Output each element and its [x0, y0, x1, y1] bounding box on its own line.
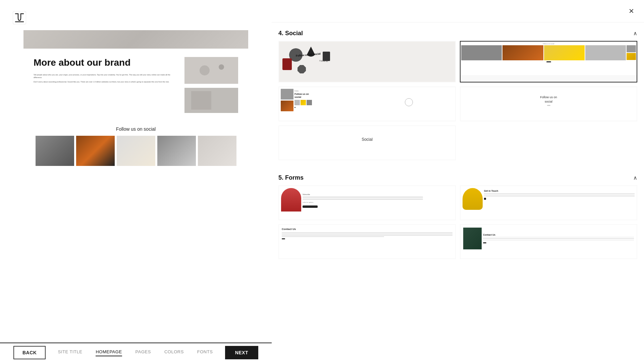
subscribe-subtext: scribe for updates...: [303, 201, 453, 203]
social-template-3[interactable]: Insta Follow us onsocial: [278, 86, 456, 121]
form-template-2-inner: Get in Touch: [461, 186, 637, 220]
brand-images: [184, 57, 238, 113]
getintouch-title: Get in Touch: [484, 190, 635, 192]
form-red-vase-image: [281, 188, 301, 212]
follow-us-text: Follow us onsocial: [540, 95, 557, 104]
contactus-line-3: [282, 235, 452, 236]
social-template-2-inner: Follow us on social: [461, 42, 637, 75]
form-getintouch-content: Get in Touch: [484, 188, 635, 210]
subscribe-button-preview: [303, 205, 318, 208]
footer-nav: BACK SITE TITLE HOMEPAGE PAGES COLORS FO…: [0, 343, 272, 362]
form-contactus-template: Contact Us: [279, 225, 455, 242]
social-photos-grid: [34, 136, 238, 166]
contactus-dark-line-3: [483, 240, 634, 241]
contactus-dark-dot: [483, 242, 486, 243]
app-logo: [12, 10, 27, 25]
contactus-line-2: [282, 234, 452, 234]
social-template-1[interactable]: Follow us on social Follow us: [278, 41, 456, 82]
site-preview: More about our brand Tell people about w…: [23, 30, 248, 362]
back-button[interactable]: BACK: [13, 346, 46, 359]
contactus-submit-btn: [282, 238, 285, 239]
brand-text-block: More about our brand Tell people about w…: [34, 57, 178, 83]
brand-description-1: Tell people about who you are, your orig…: [34, 73, 178, 79]
forms-chevron-up-icon: ∧: [633, 175, 637, 181]
forms-section-header[interactable]: 5. Forms ∧: [278, 170, 637, 185]
social-thumb-5: [198, 136, 236, 166]
contactus-dark-line-1: [483, 237, 634, 238]
social-text-template: Follow us onsocial: [461, 87, 637, 114]
tab-fonts[interactable]: FONTS: [197, 349, 213, 356]
form-dark-image: [463, 228, 482, 249]
footer-tabs: SITE TITLE HOMEPAGE PAGES COLORS FONTS: [58, 349, 213, 356]
social-template-5-inner: Social: [279, 126, 455, 160]
tab-site-title[interactable]: SITE TITLE: [58, 349, 83, 356]
social-templates-grid: Follow us on social Follow us Follow us …: [278, 41, 637, 164]
form-template-1[interactable]: Subscribe scribe for updates...: [278, 185, 456, 220]
selector-scroll[interactable]: 4. Social ∧ Fol: [272, 22, 644, 362]
form-yellow-bowl-image: [463, 188, 483, 210]
forms-section-title: 5. Forms: [278, 174, 304, 181]
contactus-line-4: [282, 236, 384, 237]
close-button[interactable]: ✕: [625, 5, 637, 17]
brand-image-top: [184, 57, 238, 84]
social-template-2[interactable]: Follow us on social: [460, 41, 637, 82]
section-group-forms: 5. Forms ∧ Subscribe: [278, 170, 637, 262]
social-template-4-inner: Follow us onsocial: [461, 87, 637, 121]
form-template-2[interactable]: Get in Touch: [460, 185, 637, 220]
preview-hero-image: [23, 30, 248, 49]
form-right-content: Subscribe scribe for updates...: [303, 188, 453, 212]
social-chevron-up-icon: ∧: [633, 30, 637, 37]
form-template-1-inner: Subscribe scribe for updates...: [279, 186, 455, 220]
logo-area: [12, 10, 27, 25]
form-subscribe-template: Subscribe scribe for updates...: [279, 186, 455, 214]
preview-panel: More about our brand Tell people about w…: [0, 0, 272, 362]
getintouch-line-1: [484, 193, 635, 194]
selector-header: ✕: [272, 0, 644, 22]
svg-rect-0: [13, 11, 26, 24]
form-image-area: Subscribe scribe for updates...: [281, 188, 453, 212]
social-label-text: Social: [362, 137, 373, 142]
form-template-4-inner: Contact Us: [461, 225, 637, 258]
preview-social-section: Follow us on social: [23, 121, 248, 173]
subscribe-input-line-1: [303, 197, 423, 197]
getintouch-line-3: [484, 196, 635, 196]
form-contactus-dark-content: Contact Us: [483, 228, 634, 249]
social-thumb-2: [76, 136, 115, 166]
preview-brand-section: More about our brand Tell people about w…: [23, 49, 248, 121]
social-thumb-4: [157, 136, 196, 166]
social-template-1-inner: Follow us on social Follow us: [279, 42, 455, 82]
social-thumb-1: [36, 136, 74, 166]
form-getintouch-template: Get in Touch: [461, 186, 637, 212]
social-thumb-3: [117, 136, 155, 166]
social-section-header[interactable]: 4. Social ∧: [278, 26, 637, 41]
social-section-title: 4. Social: [278, 30, 303, 37]
getintouch-line-2: [484, 195, 635, 195]
brand-heading: More about our brand: [34, 57, 178, 68]
tab-pages[interactable]: PAGES: [136, 349, 151, 356]
brand-image-bottom: [184, 88, 238, 113]
social-template-4[interactable]: Follow us onsocial: [460, 86, 637, 121]
forms-templates-grid: Subscribe scribe for updates...: [278, 185, 637, 262]
social-template-3-inner: Insta Follow us onsocial: [279, 87, 455, 121]
social-dot: [547, 105, 550, 106]
contactus-line-1: [282, 232, 452, 233]
selector-panel: ✕ 4. Social ∧: [272, 0, 644, 362]
form-template-3-inner: Contact Us: [279, 225, 455, 258]
social-heading: Follow us on social: [34, 126, 238, 132]
next-button[interactable]: NEXT: [225, 346, 258, 359]
contactus-dark-line-2: [483, 238, 634, 239]
form-template-4[interactable]: Contact Us: [460, 224, 637, 259]
contactus-title-1: Contact Us: [282, 228, 452, 231]
brand-description-2: Don't worry about sounding professional.…: [34, 80, 178, 83]
tab-colors[interactable]: COLORS: [164, 349, 184, 356]
getintouch-dot: [484, 198, 486, 200]
tab-homepage[interactable]: HOMEPAGE: [96, 349, 122, 356]
section-group-social: 4. Social ∧ Fol: [278, 26, 637, 164]
form-contactus-dark-template: Contact Us: [461, 225, 637, 252]
social-template-5[interactable]: Social: [278, 125, 456, 160]
getintouch-dots: [484, 198, 635, 200]
contactus-dark-title: Contact Us: [483, 234, 634, 236]
form-template-3[interactable]: Contact Us: [278, 224, 456, 259]
social-label-template: Social: [279, 126, 455, 153]
subscribe-label: Subscribe: [303, 193, 453, 195]
